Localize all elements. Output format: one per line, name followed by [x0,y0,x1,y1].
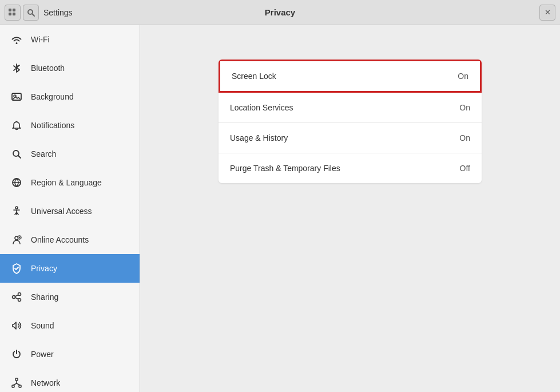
svg-rect-0 [9,9,11,11]
sidebar-item-power[interactable]: Power [0,340,140,369]
screen-lock-row[interactable]: Screen Lock On [219,60,482,93]
network-label: Network [31,378,60,387]
search-button[interactable] [23,5,39,21]
power-icon [10,348,23,361]
svg-point-17 [18,299,21,302]
svg-rect-21 [12,385,14,387]
online-accounts-label: Online Accounts [31,235,89,244]
purge-trash-row[interactable]: Purge Trash & Temporary Files Off [219,153,482,183]
settings-label: Settings [43,8,73,17]
titlebar: Settings Privacy ✕ [0,0,560,25]
wifi-icon [10,33,23,46]
sound-label: Sound [31,321,54,330]
close-icon: ✕ [545,8,551,17]
sharing-label: Sharing [31,292,58,302]
sidebar: Wi-Fi Bluetooth [0,25,140,392]
sidebar-item-bluetooth[interactable]: Bluetooth [0,54,140,82]
svg-point-15 [18,293,21,296]
search-label: Search [31,149,56,159]
location-services-value: On [459,103,470,112]
background-label: Background [31,92,74,101]
region-label: Region & Language [31,178,102,187]
sidebar-item-wifi[interactable]: Wi-Fi [0,25,140,54]
screen-lock-value: On [458,72,468,81]
region-icon [10,176,23,189]
svg-point-16 [13,296,15,299]
sidebar-item-network[interactable]: Network [0,369,140,392]
svg-line-9 [18,156,21,158]
content-area: Screen Lock On Location Services On Usag… [140,25,560,392]
sidebar-item-search[interactable]: Search [0,140,140,168]
wifi-label: Wi-Fi [31,35,50,44]
sidebar-item-online-accounts[interactable]: Online Accounts [0,225,140,254]
purge-trash-value: Off [460,164,470,173]
svg-rect-2 [9,13,11,15]
online-accounts-icon [10,233,23,246]
titlebar-left-controls: Settings [5,5,73,21]
universal-access-icon [10,205,23,217]
svg-point-12 [15,207,18,209]
purge-trash-label: Purge Trash & Temporary Files [230,164,340,173]
notifications-icon [10,119,23,132]
svg-line-19 [15,298,18,299]
search-sidebar-icon [10,148,23,160]
location-services-label: Location Services [230,103,293,112]
background-icon [10,90,23,103]
sidebar-item-privacy[interactable]: Privacy [0,254,140,283]
usage-history-value: On [459,133,470,142]
svg-rect-3 [13,13,15,15]
svg-rect-1 [13,9,15,11]
close-button[interactable]: ✕ [539,5,555,21]
bluetooth-icon [10,62,23,74]
bluetooth-label: Bluetooth [31,64,65,73]
power-label: Power [31,350,54,359]
svg-line-25 [17,383,20,385]
privacy-panel: Screen Lock On Location Services On Usag… [219,60,482,183]
sound-icon [10,319,23,332]
svg-line-5 [32,14,34,16]
notifications-label: Notifications [31,121,74,130]
settings-window: Settings Privacy ✕ Wi-Fi [0,0,560,392]
sidebar-item-sharing[interactable]: Sharing [0,283,140,311]
privacy-icon [10,262,23,275]
usage-history-row[interactable]: Usage & History On [219,123,482,153]
sidebar-item-background[interactable]: Background [0,82,140,111]
sidebar-item-notifications[interactable]: Notifications [0,111,140,140]
main-layout: Wi-Fi Bluetooth [0,25,560,392]
svg-rect-22 [19,385,21,387]
svg-line-24 [13,383,17,385]
sidebar-item-region[interactable]: Region & Language [0,168,140,197]
apps-button[interactable] [5,5,21,21]
network-icon [10,377,23,389]
sharing-icon [10,291,23,303]
usage-history-label: Usage & History [230,133,288,142]
svg-rect-20 [15,378,18,381]
screen-lock-label: Screen Lock [232,72,276,81]
sidebar-item-sound[interactable]: Sound [0,311,140,340]
svg-line-18 [15,295,18,297]
sidebar-item-universal-access[interactable]: Universal Access [0,197,140,225]
window-title: Privacy [265,7,295,17]
privacy-label: Privacy [31,264,57,273]
universal-access-label: Universal Access [31,207,92,216]
location-services-row[interactable]: Location Services On [219,93,482,123]
